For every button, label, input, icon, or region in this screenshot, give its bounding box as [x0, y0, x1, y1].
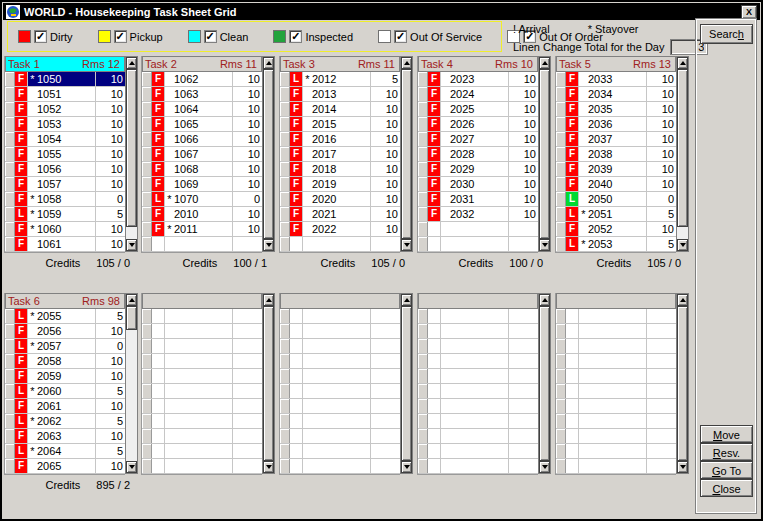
row-selector[interactable] — [142, 102, 152, 116]
room-row[interactable]: F201310 — [280, 87, 400, 102]
row-selector[interactable] — [418, 132, 428, 146]
room-row[interactable]: F206510 — [5, 459, 125, 474]
row-selector[interactable] — [5, 117, 15, 131]
room-row[interactable]: L*20515 — [556, 207, 676, 222]
scroll-up-icon[interactable] — [126, 294, 137, 306]
row-selector[interactable] — [5, 132, 15, 146]
room-row[interactable]: L*10700 — [142, 192, 262, 207]
row-selector[interactable] — [418, 222, 428, 236]
row-selector[interactable] — [556, 414, 566, 428]
row-selector[interactable] — [5, 384, 15, 398]
row-selector[interactable] — [142, 132, 152, 146]
scroll-up-icon[interactable] — [401, 57, 412, 69]
row-selector[interactable] — [280, 459, 290, 473]
scroll-up-icon[interactable] — [126, 57, 137, 69]
row-selector[interactable] — [142, 324, 152, 338]
row-selector[interactable] — [556, 102, 566, 116]
scroll-up-icon[interactable] — [539, 294, 550, 306]
row-selector[interactable] — [556, 132, 566, 146]
row-selector[interactable] — [556, 444, 566, 458]
row-selector[interactable] — [5, 459, 15, 473]
room-row[interactable]: F*105010 — [5, 72, 125, 87]
scroll-down-icon[interactable] — [677, 239, 688, 251]
goto-button[interactable]: Go To — [700, 461, 753, 479]
move-button[interactable]: Move — [700, 425, 753, 443]
room-row[interactable]: L20500 — [556, 192, 676, 207]
row-selector[interactable] — [5, 87, 15, 101]
scroll-down-icon[interactable] — [263, 461, 274, 473]
room-row[interactable]: F201810 — [280, 162, 400, 177]
room-row[interactable]: L*20625 — [5, 414, 125, 429]
scrollbar[interactable] — [262, 293, 275, 474]
row-selector[interactable] — [280, 384, 290, 398]
scroll-up-icon[interactable] — [401, 294, 412, 306]
row-selector[interactable] — [142, 429, 152, 443]
room-row[interactable]: L*20570 — [5, 339, 125, 354]
room-row[interactable]: F205210 — [556, 222, 676, 237]
room-row[interactable]: F203410 — [556, 87, 676, 102]
room-row[interactable]: F106310 — [142, 87, 262, 102]
room-row[interactable]: F203010 — [418, 177, 538, 192]
room-row[interactable]: F202610 — [418, 117, 538, 132]
room-row[interactable]: F201710 — [280, 147, 400, 162]
row-selector[interactable] — [142, 339, 152, 353]
row-selector[interactable] — [280, 132, 290, 146]
row-selector[interactable] — [5, 429, 15, 443]
scroll-up-icon[interactable] — [677, 294, 688, 306]
room-row[interactable]: F204010 — [556, 177, 676, 192]
row-selector[interactable] — [556, 429, 566, 443]
room-row[interactable]: F106510 — [142, 117, 262, 132]
room-row[interactable]: F202710 — [418, 132, 538, 147]
row-selector[interactable] — [280, 222, 290, 236]
row-selector[interactable] — [5, 192, 15, 206]
row-selector[interactable] — [5, 369, 15, 383]
row-selector[interactable] — [5, 444, 15, 458]
scroll-down-icon[interactable] — [401, 461, 412, 473]
room-row[interactable]: F105210 — [5, 102, 125, 117]
scroll-down-icon[interactable] — [126, 461, 137, 473]
row-selector[interactable] — [556, 309, 566, 323]
room-row[interactable]: F*201110 — [142, 222, 262, 237]
row-selector[interactable] — [5, 102, 15, 116]
row-selector[interactable] — [142, 192, 152, 206]
row-selector[interactable] — [418, 369, 428, 383]
row-selector[interactable] — [556, 147, 566, 161]
close-icon[interactable]: X — [741, 5, 757, 19]
room-row[interactable]: F203910 — [556, 162, 676, 177]
room-row[interactable]: F203510 — [556, 102, 676, 117]
close-button[interactable]: Close — [700, 479, 753, 497]
row-selector[interactable] — [418, 444, 428, 458]
row-selector[interactable] — [556, 339, 566, 353]
row-selector[interactable] — [418, 429, 428, 443]
row-selector[interactable] — [280, 117, 290, 131]
room-row[interactable]: F202110 — [280, 207, 400, 222]
row-selector[interactable] — [5, 147, 15, 161]
scroll-up-icon[interactable] — [263, 57, 274, 69]
room-row[interactable]: F206310 — [5, 429, 125, 444]
row-selector[interactable] — [280, 102, 290, 116]
legend-checkbox[interactable]: ✓ — [34, 30, 47, 43]
room-row[interactable]: F106910 — [142, 177, 262, 192]
legend-checkbox[interactable]: ✓ — [394, 30, 407, 43]
row-selector[interactable] — [556, 384, 566, 398]
row-selector[interactable] — [142, 117, 152, 131]
room-row[interactable]: L*20535 — [556, 237, 676, 252]
room-row[interactable]: F201410 — [280, 102, 400, 117]
row-selector[interactable] — [280, 339, 290, 353]
row-selector[interactable] — [418, 237, 428, 251]
room-row[interactable]: F*10580 — [5, 192, 125, 207]
room-row[interactable]: F202410 — [418, 87, 538, 102]
room-row[interactable]: F203310 — [556, 72, 676, 87]
scroll-thumb[interactable] — [677, 69, 688, 227]
row-selector[interactable] — [280, 87, 290, 101]
scroll-up-icon[interactable] — [539, 57, 550, 69]
scrollbar[interactable] — [125, 56, 138, 252]
room-row[interactable]: F205910 — [5, 369, 125, 384]
row-selector[interactable] — [280, 369, 290, 383]
scrollbar[interactable] — [125, 293, 138, 474]
row-selector[interactable] — [142, 147, 152, 161]
row-selector[interactable] — [5, 324, 15, 338]
row-selector[interactable] — [142, 459, 152, 473]
room-row[interactable]: F105610 — [5, 162, 125, 177]
room-row[interactable]: L*20645 — [5, 444, 125, 459]
